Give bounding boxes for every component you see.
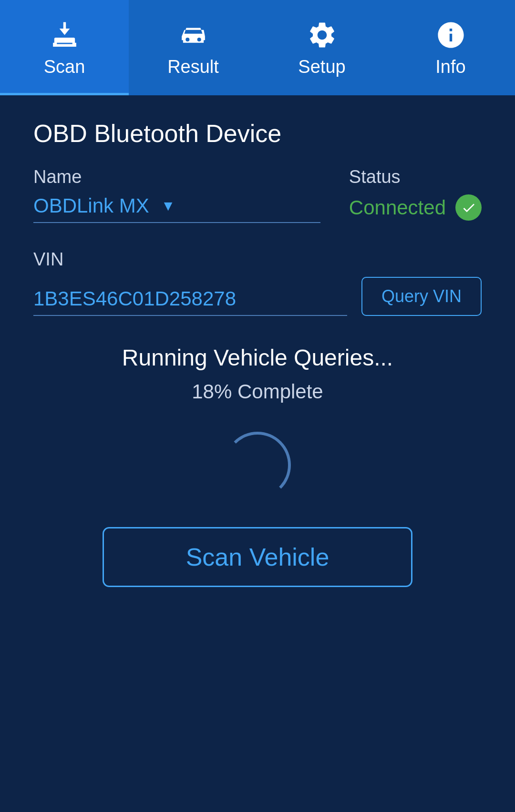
scan-vehicle-btn-wrapper: Scan Vehicle bbox=[33, 527, 482, 587]
tab-setup-label: Setup bbox=[298, 57, 345, 77]
name-group: Name OBDLink MX ▼ bbox=[33, 167, 320, 223]
top-navigation: Scan Result Setup Info bbox=[0, 0, 515, 95]
status-row: Connected bbox=[349, 194, 482, 225]
loading-spinner bbox=[224, 432, 291, 498]
gear-icon bbox=[305, 19, 339, 52]
tab-info[interactable]: Info bbox=[386, 0, 515, 95]
tab-info-label: Info bbox=[435, 57, 465, 77]
query-status: Running Vehicle Queries... 18% Complete bbox=[33, 345, 482, 403]
vin-row: 1B3ES46C01D258278 Query VIN bbox=[33, 277, 482, 316]
vin-input-wrapper: 1B3ES46C01D258278 bbox=[33, 287, 347, 316]
vin-section: VIN 1B3ES46C01D258278 Query VIN bbox=[33, 249, 482, 316]
section-title: OBD Bluetooth Device bbox=[33, 119, 482, 148]
info-icon bbox=[434, 19, 467, 52]
device-info-row: Name OBDLink MX ▼ Status Connected bbox=[33, 167, 482, 225]
tab-setup[interactable]: Setup bbox=[258, 0, 386, 95]
query-vin-button[interactable]: Query VIN bbox=[361, 277, 482, 316]
connected-status-icon bbox=[455, 194, 482, 221]
name-label: Name bbox=[33, 167, 320, 187]
tab-scan[interactable]: Scan bbox=[0, 0, 129, 95]
query-status-title: Running Vehicle Queries... bbox=[33, 345, 482, 371]
status-label: Status bbox=[349, 167, 482, 187]
device-name-value: OBDLink MX bbox=[33, 194, 149, 217]
scan-vehicle-button[interactable]: Scan Vehicle bbox=[103, 527, 412, 587]
chevron-down-icon: ▼ bbox=[161, 198, 175, 214]
status-group: Status Connected bbox=[349, 167, 482, 225]
tab-result[interactable]: Result bbox=[129, 0, 258, 95]
vin-value: 1B3ES46C01D258278 bbox=[33, 287, 236, 310]
tab-result-label: Result bbox=[167, 57, 219, 77]
tab-scan-label: Scan bbox=[44, 57, 85, 77]
vin-label: VIN bbox=[33, 249, 63, 269]
car-icon bbox=[176, 19, 210, 52]
status-text: Connected bbox=[349, 196, 446, 219]
main-content: OBD Bluetooth Device Name OBDLink MX ▼ S… bbox=[0, 95, 515, 611]
query-status-percent: 18% Complete bbox=[33, 380, 482, 403]
loading-spinner-container bbox=[33, 432, 482, 498]
usb-icon bbox=[48, 19, 81, 52]
device-select[interactable]: OBDLink MX ▼ bbox=[33, 194, 320, 223]
